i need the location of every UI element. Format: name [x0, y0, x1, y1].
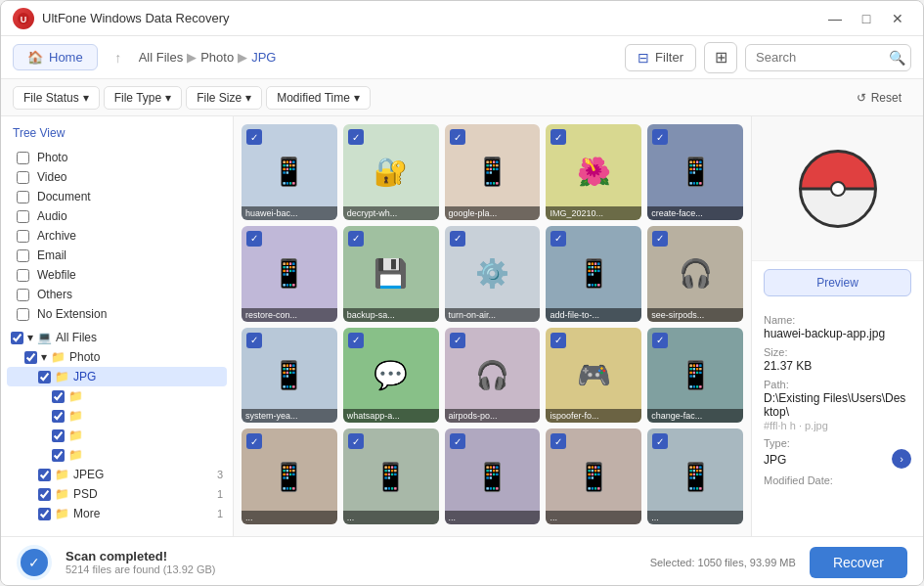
search-box: 🔍 — [745, 44, 911, 71]
file-type-dropdown[interactable]: File Type ▾ — [104, 86, 182, 110]
tree-more-checkbox[interactable] — [38, 508, 51, 520]
file-status-dropdown[interactable]: File Status ▾ — [13, 86, 100, 110]
list-item[interactable]: ✓ 📱 system-yea... — [242, 328, 337, 424]
filetype-audio-checkbox[interactable] — [17, 210, 29, 223]
item-checkbox[interactable]: ✓ — [246, 333, 262, 348]
filetype-audio[interactable]: Audio — [9, 206, 225, 226]
item-checkbox[interactable]: ✓ — [450, 333, 465, 348]
item-checkbox[interactable]: ✓ — [348, 231, 364, 247]
tree-jpg-sub1-checkbox[interactable] — [52, 390, 65, 403]
list-item[interactable]: ✓ 📱 ... — [242, 428, 337, 524]
filetype-email-checkbox[interactable] — [17, 249, 29, 262]
filetype-noextension-checkbox[interactable] — [17, 308, 29, 321]
item-checkbox[interactable]: ✓ — [450, 433, 465, 449]
tree-jpg-sub3[interactable]: 📁 — [7, 426, 227, 445]
list-item[interactable]: ✓ 🎮 ispoofer-fo... — [546, 328, 641, 424]
recover-button[interactable]: Recover — [810, 547, 907, 578]
filetype-webfile-checkbox[interactable] — [17, 269, 29, 282]
filetype-webfile[interactable]: Webfile — [9, 265, 225, 285]
breadcrumb-allfiles[interactable]: All Files — [139, 50, 184, 65]
item-checkbox[interactable]: ✓ — [652, 129, 668, 145]
item-checkbox[interactable]: ✓ — [348, 433, 364, 449]
tree-jpeg[interactable]: 📁 JPEG 3 — [7, 465, 227, 484]
maximize-button[interactable]: □ — [853, 9, 880, 28]
tree-jpg-sub2-checkbox[interactable] — [52, 410, 65, 423]
minimize-button[interactable]: — — [821, 9, 849, 28]
modified-time-dropdown[interactable]: Modified Time ▾ — [266, 86, 371, 110]
list-item[interactable]: ✓ 📱 ... — [343, 428, 439, 524]
name-label: Name: — [764, 314, 911, 326]
list-item[interactable]: ✓ 🎧 see-sirpods... — [647, 226, 743, 322]
item-checkbox[interactable]: ✓ — [550, 129, 566, 145]
filetype-email[interactable]: Email — [9, 246, 225, 265]
filetype-document[interactable]: Document — [9, 187, 225, 206]
item-checkbox[interactable]: ✓ — [550, 333, 566, 348]
tree-jpeg-checkbox[interactable] — [38, 469, 51, 481]
close-button[interactable]: ✕ — [884, 9, 911, 28]
filetype-others-checkbox[interactable] — [17, 289, 29, 301]
list-item[interactable]: ✓ 📱 add-file-to-... — [546, 226, 641, 322]
tree-jpg-sub3-checkbox[interactable] — [52, 429, 65, 442]
item-checkbox[interactable]: ✓ — [652, 433, 668, 449]
filetype-video-checkbox[interactable] — [17, 171, 29, 184]
list-item[interactable]: ✓ 🎧 airpods-po... — [445, 328, 541, 424]
list-item[interactable]: ✓ 📱 ... — [546, 428, 641, 524]
tree-view-button[interactable]: Tree View — [1, 122, 233, 144]
grid-view-button[interactable]: ⊞ — [704, 42, 737, 73]
filter-button[interactable]: ⊟ Filter — [625, 44, 696, 71]
list-item[interactable]: ✓ 📱 huawei-bac... — [242, 124, 337, 220]
tree-photo[interactable]: ▾ 📁 Photo — [7, 347, 227, 367]
item-checkbox[interactable]: ✓ — [550, 231, 566, 247]
filetype-photo[interactable]: Photo — [9, 148, 225, 167]
item-checkbox[interactable]: ✓ — [246, 433, 262, 449]
item-checkbox[interactable]: ✓ — [246, 231, 262, 247]
tree-allfiles[interactable]: ▾ 💻 All Files — [7, 328, 227, 347]
item-checkbox[interactable]: ✓ — [652, 333, 668, 348]
tree-jpg-sub1[interactable]: 📁 — [7, 386, 227, 406]
list-item[interactable]: ✓ 💬 whatsapp-a... — [343, 328, 439, 424]
filetype-archive[interactable]: Archive — [9, 226, 225, 246]
list-item[interactable]: ✓ 📱 change-fac... — [647, 328, 743, 424]
list-item[interactable]: ✓ 🔐 decrypt-wh... — [343, 124, 439, 220]
tree-allfiles-checkbox[interactable] — [11, 332, 23, 344]
list-item[interactable]: ✓ 📱 restore-con... — [242, 226, 337, 322]
reset-button[interactable]: ↺ Reset — [847, 87, 911, 109]
filetype-noextension[interactable]: No Extension — [9, 304, 225, 324]
list-item[interactable]: ✓ ⚙️ turn-on-air... — [445, 226, 541, 322]
filetype-archive-checkbox[interactable] — [17, 230, 29, 243]
tree-jpg-sub2[interactable]: 📁 — [7, 406, 227, 426]
item-checkbox[interactable]: ✓ — [550, 433, 566, 449]
search-input[interactable] — [756, 50, 883, 65]
item-checkbox[interactable]: ✓ — [652, 231, 668, 247]
home-button[interactable]: 🏠 Home — [13, 44, 98, 70]
list-item[interactable]: ✓ 🌺 IMG_20210... — [546, 124, 641, 220]
tree-psd[interactable]: 📁 PSD 1 — [7, 484, 227, 504]
item-checkbox[interactable]: ✓ — [450, 231, 465, 247]
tree-jpg-sub4-checkbox[interactable] — [52, 449, 65, 462]
file-size-dropdown[interactable]: File Size ▾ — [186, 86, 262, 110]
filetype-others[interactable]: Others — [9, 285, 225, 304]
item-checkbox[interactable]: ✓ — [246, 129, 262, 145]
item-checkbox[interactable]: ✓ — [348, 333, 364, 348]
tree-jpg[interactable]: 📁 JPG — [7, 367, 227, 386]
tree-photo-checkbox[interactable] — [24, 351, 37, 364]
preview-button[interactable]: Preview — [764, 269, 911, 296]
list-item[interactable]: ✓ 💾 backup-sa... — [343, 226, 439, 322]
tree-psd-count: 1 — [217, 488, 223, 500]
filetype-photo-checkbox[interactable] — [17, 152, 29, 164]
tree-psd-checkbox[interactable] — [38, 488, 51, 501]
tree-more[interactable]: 📁 More 1 — [7, 504, 227, 523]
filetype-video[interactable]: Video — [9, 167, 225, 187]
list-item[interactable]: ✓ 📱 google-pla... — [445, 124, 541, 220]
list-item[interactable]: ✓ 📱 ... — [445, 428, 541, 524]
list-item[interactable]: ✓ 📱 create-face... — [647, 124, 743, 220]
tree-jpg-sub4[interactable]: 📁 — [7, 445, 227, 465]
item-checkbox[interactable]: ✓ — [348, 129, 364, 145]
list-item[interactable]: ✓ 📱 ... — [647, 428, 743, 524]
item-checkbox[interactable]: ✓ — [450, 129, 465, 145]
back-button[interactable]: ↑ — [106, 45, 131, 70]
tree-jpg-checkbox[interactable] — [38, 371, 51, 383]
breadcrumb-photo[interactable]: Photo — [200, 50, 234, 65]
filetype-document-checkbox[interactable] — [17, 191, 29, 203]
type-chevron[interactable]: › — [892, 449, 911, 469]
